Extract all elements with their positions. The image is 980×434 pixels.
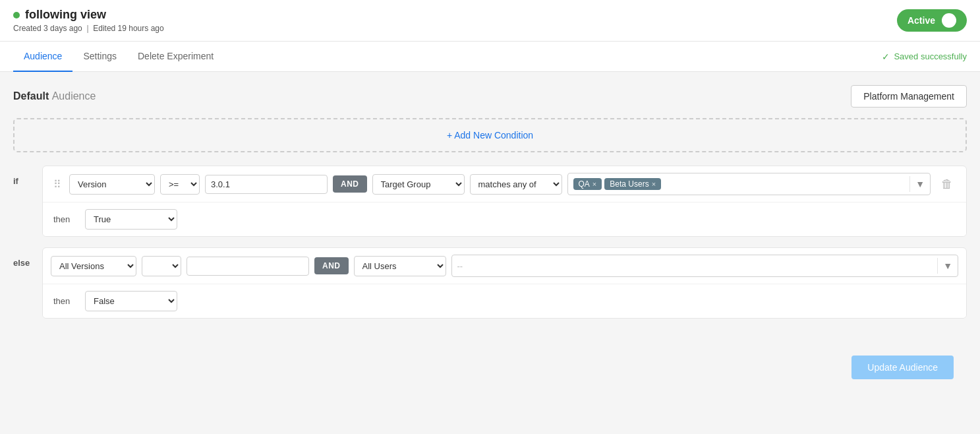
tag-qa: QA × — [573, 178, 602, 190]
tag-beta-label: Beta Users — [610, 179, 649, 189]
then-value-select[interactable]: True False — [85, 209, 177, 230]
else-tags-inner: -- — [452, 259, 938, 274]
audience-header: Default Audience Platform Management — [13, 85, 967, 108]
tabs-list: Audience Settings Delete Experiment — [13, 42, 224, 71]
edited-label: Edited — [93, 24, 115, 33]
else-tags-dropdown-arrow[interactable]: ▼ — [937, 258, 958, 274]
match-select[interactable]: matches any of matches all of does not m… — [470, 174, 562, 195]
toggle-knob — [942, 13, 956, 28]
if-condition-inner: ⠿ Version All Versions >= <= = 3.0.1 AND… — [42, 166, 967, 237]
audience-title: Default Audience — [13, 90, 96, 102]
tab-settings[interactable]: Settings — [72, 42, 127, 72]
else-then-row: then False True — [43, 284, 966, 318]
active-toggle[interactable]: Active — [897, 9, 967, 32]
tab-delete-experiment[interactable]: Delete Experiment — [127, 42, 224, 72]
audience-title-default: Default — [13, 90, 49, 102]
else-version-select[interactable]: All Versions Version — [51, 256, 136, 276]
page-title: following view — [25, 8, 106, 22]
edited-time: 19 hours ago — [118, 24, 164, 33]
else-user-select[interactable]: All Users Target Group — [354, 256, 446, 276]
tag-beta-close[interactable]: × — [652, 180, 656, 188]
operator-select[interactable]: >= <= = — [160, 174, 200, 195]
else-label: else — [13, 247, 34, 268]
update-audience-button[interactable]: Update Audience — [851, 356, 954, 379]
version-value-input[interactable]: 3.0.1 — [205, 175, 328, 194]
created-time: 3 days ago — [43, 24, 82, 33]
delete-condition-button[interactable]: 🗑 — [936, 175, 958, 194]
else-then-value-select[interactable]: False True — [85, 291, 177, 311]
subtitle: Created 3 days ago | Edited 19 hours ago — [13, 24, 164, 33]
else-condition-top-row: All Versions Version AND All Users Targe… — [43, 248, 966, 284]
check-icon: ✓ — [882, 51, 890, 62]
tags-container: QA × Beta Users × ▼ — [567, 173, 931, 195]
saved-notice: ✓ Saved successfully — [882, 51, 967, 62]
else-then-label: then — [53, 296, 77, 306]
tabs-bar: Audience Settings Delete Experiment ✓ Sa… — [0, 42, 980, 72]
tags-inner: QA × Beta Users × — [568, 175, 910, 193]
title-row: following view — [13, 8, 164, 22]
audience-title-suffix: Audience — [52, 90, 96, 102]
if-condition-block: if ⠿ Version All Versions >= <= = 3.0.1 … — [13, 166, 967, 237]
active-label: Active — [908, 15, 935, 26]
if-condition-top-row: ⠿ Version All Versions >= <= = 3.0.1 AND… — [43, 166, 966, 202]
status-dot — [13, 12, 20, 18]
platform-management-button[interactable]: Platform Management — [851, 85, 967, 108]
main-content: Default Audience Platform Management + A… — [0, 72, 980, 342]
drag-handle[interactable]: ⠿ — [51, 178, 64, 191]
tag-qa-close[interactable]: × — [592, 180, 596, 188]
else-condition-inner: All Versions Version AND All Users Targe… — [42, 247, 967, 319]
else-placeholder-text: -- — [457, 261, 463, 271]
version-select[interactable]: Version All Versions — [69, 174, 155, 195]
else-op-select[interactable] — [142, 256, 181, 276]
add-condition-box[interactable]: + Add New Condition — [13, 118, 967, 152]
title-area: following view Created 3 days ago | Edit… — [13, 8, 164, 33]
else-and-button[interactable]: AND — [314, 257, 349, 274]
saved-text: Saved successfully — [894, 51, 967, 61]
tags-dropdown-arrow[interactable]: ▼ — [909, 176, 930, 192]
if-then-row: then True False — [43, 202, 966, 236]
tab-audience[interactable]: Audience — [13, 42, 72, 72]
add-condition-link[interactable]: + Add New Condition — [447, 130, 533, 140]
and-button[interactable]: AND — [333, 175, 367, 193]
if-label: if — [13, 166, 34, 186]
else-version-value-input[interactable] — [187, 257, 309, 276]
tag-beta-users: Beta Users × — [604, 178, 661, 190]
else-condition-block: else All Versions Version AND All Users … — [13, 247, 967, 319]
tag-qa-label: QA — [579, 179, 590, 189]
top-bar: following view Created 3 days ago | Edit… — [0, 0, 980, 42]
then-label: then — [53, 214, 77, 224]
else-tags-container: -- ▼ — [451, 255, 959, 277]
created-label: Created — [13, 24, 42, 33]
footer: Update Audience — [0, 342, 980, 399]
target-group-select[interactable]: Target Group All Users — [372, 174, 465, 195]
